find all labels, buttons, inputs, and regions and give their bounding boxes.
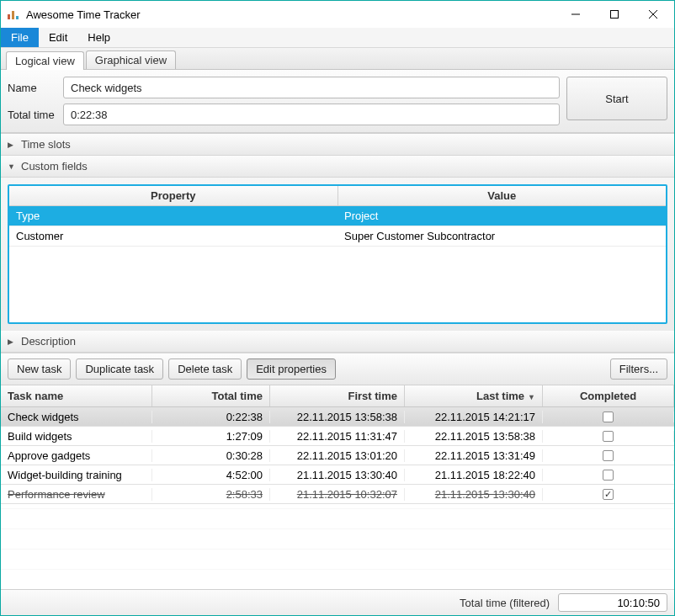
maximize-button[interactable] — [595, 2, 634, 27]
cell-last-time: 21.11.2015 18:22:40 — [405, 469, 543, 481]
cell-task-name: Widget-building training — [1, 469, 152, 481]
col-first-time[interactable]: First time — [270, 385, 405, 406]
totaltime-input[interactable] — [63, 104, 560, 125]
cell-first-time: 21.11.2015 13:30:40 — [270, 469, 405, 481]
footer-label: Total time (filtered) — [460, 597, 550, 609]
table-row[interactable]: Widget-building training4:52:0021.11.201… — [1, 465, 674, 485]
task-form: Name Total time Start — [1, 70, 674, 133]
footer-total-value: 10:10:50 — [558, 593, 667, 612]
cf-value: Project — [338, 206, 666, 226]
cf-property: Customer — [9, 226, 338, 246]
menu-help[interactable]: Help — [77, 28, 120, 47]
cf-empty-area — [9, 247, 666, 322]
accordion-customfields[interactable]: ▼ Custom fields — [1, 156, 674, 178]
minimize-button[interactable] — [556, 2, 595, 27]
col-last-time[interactable]: Last time — [405, 385, 543, 406]
caret-right-icon: ▶ — [8, 337, 16, 346]
col-completed[interactable]: Completed — [543, 385, 674, 406]
cell-total-time: 0:22:38 — [152, 411, 270, 423]
cell-first-time: 21.11.2015 10:32:07 — [270, 488, 405, 501]
svg-rect-1 — [611, 11, 619, 19]
menu-edit[interactable]: Edit — [39, 28, 77, 47]
duplicate-task-button[interactable]: Duplicate task — [76, 358, 163, 380]
cell-task-name: Build widgets — [1, 430, 152, 443]
accordion-label: Time slots — [21, 138, 71, 151]
cell-completed — [543, 489, 674, 500]
tab-graphical-view[interactable]: Graphical view — [86, 50, 176, 69]
completed-checkbox[interactable] — [603, 470, 614, 481]
menubar: File Edit Help — [1, 28, 674, 48]
cell-total-time: 4:52:00 — [152, 469, 270, 481]
cell-total-time: 1:27:09 — [152, 430, 270, 443]
caret-right-icon: ▶ — [8, 141, 16, 149]
cell-last-time: 22.11.2015 13:31:49 — [405, 449, 543, 462]
cell-completed — [543, 412, 674, 422]
table-row[interactable]: Performance review2:58:3321.11.2015 10:3… — [1, 485, 674, 504]
cell-task-name: Check widgets — [1, 411, 152, 423]
grid-empty-area — [1, 504, 674, 589]
tab-logical-view[interactable]: Logical view — [6, 51, 84, 70]
accordion-timeslots[interactable]: ▶ Time slots — [1, 134, 674, 156]
totaltime-label: Total time — [8, 109, 58, 121]
caret-down-icon: ▼ — [8, 162, 16, 171]
cell-total-time: 2:58:33 — [152, 488, 270, 501]
cell-first-time: 22.11.2015 11:31:47 — [270, 430, 405, 443]
cell-last-time: 21.11.2015 13:30:40 — [405, 488, 543, 501]
cf-row[interactable]: TypeProject — [9, 206, 666, 226]
cell-last-time: 22.11.2015 14:21:17 — [405, 411, 543, 423]
close-button[interactable] — [634, 2, 672, 27]
cf-col-property[interactable]: Property — [9, 186, 338, 205]
delete-task-button[interactable]: Delete task — [168, 358, 242, 380]
name-input[interactable] — [63, 77, 560, 98]
task-grid: Task name Total time First time Last tim… — [1, 385, 674, 590]
table-row[interactable]: Check widgets0:22:3822.11.2015 13:58:382… — [1, 407, 674, 427]
tabs-strip: Logical view Graphical view — [1, 48, 674, 70]
cell-first-time: 22.11.2015 13:58:38 — [270, 411, 405, 423]
edit-properties-button[interactable]: Edit properties — [247, 358, 336, 380]
cf-col-value[interactable]: Value — [338, 186, 667, 205]
table-row[interactable]: Build widgets1:27:0922.11.2015 11:31:472… — [1, 427, 674, 446]
footer: Total time (filtered) 10:10:50 — [1, 590, 674, 615]
cell-task-name: Performance review — [1, 488, 152, 501]
accordion-label: Custom fields — [21, 160, 88, 173]
completed-checkbox[interactable] — [603, 412, 614, 422]
completed-checkbox[interactable] — [603, 450, 614, 461]
task-toolbar: New task Duplicate task Delete task Edit… — [1, 353, 674, 385]
accordion-description[interactable]: ▶ Description — [1, 331, 674, 353]
cell-completed — [543, 470, 674, 481]
cell-completed — [543, 450, 674, 461]
table-row[interactable]: Approve gadgets0:30:2822.11.2015 13:01:2… — [1, 446, 674, 465]
new-task-button[interactable]: New task — [8, 358, 71, 380]
cell-completed — [543, 431, 674, 442]
filters-button[interactable]: Filters... — [610, 358, 667, 380]
window-title: Awesome Time Tracker — [26, 8, 141, 21]
menu-file[interactable]: File — [1, 28, 39, 47]
titlebar: Awesome Time Tracker — [1, 1, 674, 28]
completed-checkbox[interactable] — [603, 431, 614, 442]
cf-value: Super Customer Subcontractor — [338, 226, 666, 246]
name-label: Name — [8, 82, 58, 94]
col-task-name[interactable]: Task name — [1, 385, 152, 406]
cell-first-time: 22.11.2015 13:01:20 — [270, 449, 405, 462]
customfields-panel: Property Value TypeProjectCustomerSuper … — [1, 178, 674, 331]
cell-task-name: Approve gadgets — [1, 449, 152, 462]
accordion-label: Description — [21, 335, 76, 348]
completed-checkbox[interactable] — [603, 489, 614, 500]
cell-total-time: 0:30:28 — [152, 449, 270, 462]
cell-last-time: 22.11.2015 13:58:38 — [405, 430, 543, 443]
start-button[interactable]: Start — [566, 77, 667, 120]
col-total-time[interactable]: Total time — [152, 385, 270, 406]
cf-row[interactable]: CustomerSuper Customer Subcontractor — [9, 226, 666, 247]
app-icon — [8, 9, 21, 19]
cf-property: Type — [9, 206, 338, 226]
